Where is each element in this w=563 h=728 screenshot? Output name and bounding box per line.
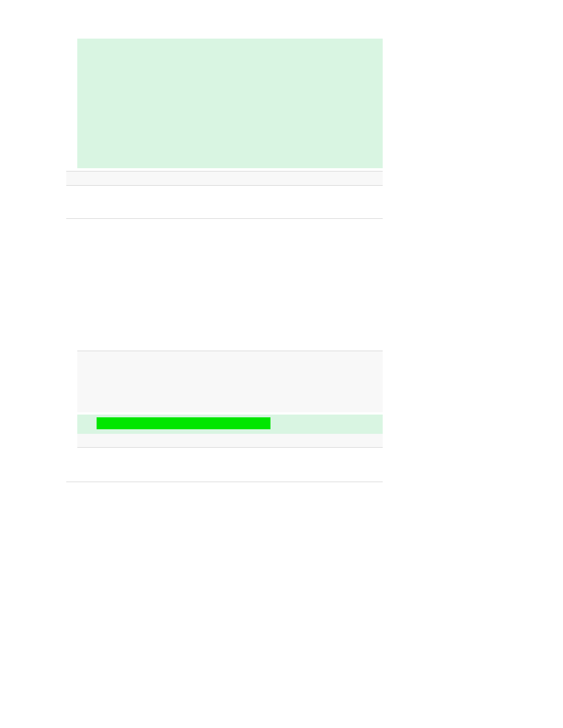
hero-panel (77, 39, 383, 168)
divider-2 (66, 482, 383, 482)
section-bar-1 (66, 171, 383, 186)
highlight-bar (97, 417, 270, 429)
divider-1 (66, 218, 383, 219)
section-bar-2 (77, 434, 383, 448)
mid-panel (77, 351, 383, 412)
